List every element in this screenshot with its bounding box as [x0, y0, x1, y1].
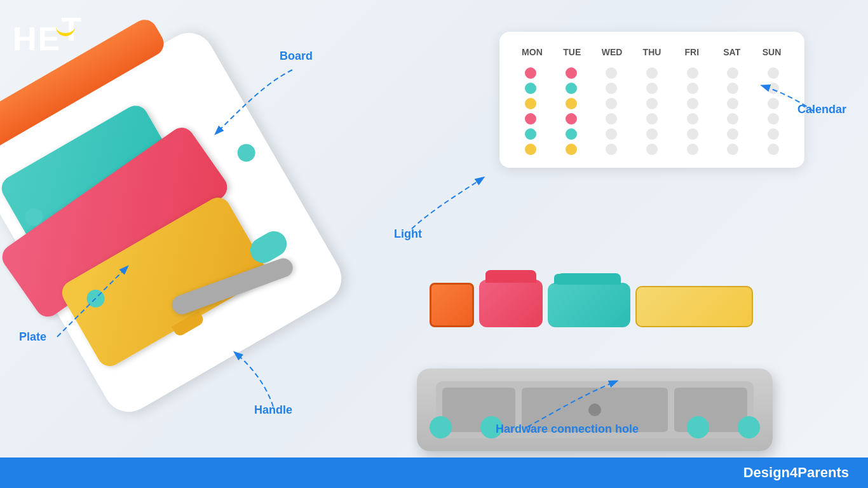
board-illustration [0, 0, 410, 458]
dot-empty [606, 67, 617, 79]
dot-cell [755, 67, 792, 79]
dot-teal [525, 83, 536, 94]
dot-cell [512, 83, 549, 94]
cal-day-mon: MON [512, 44, 552, 60]
dot-empty [687, 83, 698, 94]
dot-cell [674, 144, 711, 155]
cal-day-fri: FRI [672, 44, 712, 60]
calendar-widget: MON TUE WED THU FRI SAT SUN [499, 32, 804, 168]
dot-cell [593, 83, 630, 94]
dot-empty [646, 83, 658, 94]
dot-cell [674, 98, 711, 109]
dot-empty [646, 128, 658, 140]
dot-empty [687, 98, 698, 109]
dot-empty [768, 98, 779, 109]
dot-empty [606, 113, 617, 125]
dot-cell [593, 144, 630, 155]
dot-empty [646, 98, 658, 109]
exploded-view [417, 280, 811, 445]
calendar-dots [512, 67, 792, 155]
cal-day-sat: SAT [712, 44, 752, 60]
dot-cell [755, 144, 792, 155]
bumper-base-br [738, 416, 760, 438]
dot-cell [715, 113, 752, 125]
dot-cell [634, 128, 670, 140]
cal-day-tue: TUE [552, 44, 592, 60]
dot-cell [593, 113, 630, 125]
dot-empty [606, 128, 617, 140]
cal-day-sun: SUN [752, 44, 792, 60]
dot-cell [512, 144, 549, 155]
dot-cell [512, 128, 549, 140]
dot-cell [512, 113, 549, 125]
calendar-header: MON TUE WED THU FRI SAT SUN [512, 44, 792, 60]
dot-empty [727, 144, 738, 155]
dot-empty [646, 113, 658, 125]
dot-yellow [566, 98, 577, 109]
dot-yellow [525, 98, 536, 109]
dot-yellow [566, 144, 577, 155]
dot-cell [674, 83, 711, 94]
dot-cell [593, 98, 630, 109]
bumper-2 [234, 140, 259, 165]
dot-cell [674, 128, 711, 140]
dot-cell [634, 113, 670, 125]
dot-cell [634, 144, 670, 155]
dot-teal [566, 128, 577, 140]
dot-red [566, 67, 577, 79]
dot-cell [715, 67, 752, 79]
annotation-handle: Handle [254, 403, 292, 417]
dot-empty [768, 128, 779, 140]
dot-cell [593, 67, 630, 79]
base-slot-3 [674, 388, 747, 432]
mini-tray-orange [430, 283, 474, 327]
dot-cell [755, 128, 792, 140]
cal-day-thu: THU [632, 44, 672, 60]
mini-tray-teal [548, 283, 630, 327]
annotation-light: Light [394, 227, 422, 241]
dot-empty [727, 113, 738, 125]
dot-cell [553, 144, 590, 155]
footer: Design4Parents [0, 458, 868, 488]
dot-yellow [525, 144, 536, 155]
bumper-base-bl [430, 416, 452, 438]
logo-h: H [13, 22, 37, 55]
dot-teal [525, 128, 536, 140]
dot-empty [727, 98, 738, 109]
dot-empty [768, 67, 779, 79]
dot-empty [727, 83, 738, 94]
dot-cell [634, 83, 670, 94]
dot-empty [606, 144, 617, 155]
dot-cell [553, 128, 590, 140]
dot-cell [634, 67, 670, 79]
annotation-board: Board [280, 50, 313, 63]
dot-red [525, 67, 536, 79]
dot-cell [715, 98, 752, 109]
dot-cell [715, 128, 752, 140]
dot-empty [687, 144, 698, 155]
dot-cell [593, 128, 630, 140]
dot-cell [755, 113, 792, 125]
dot-empty [727, 67, 738, 79]
dot-empty [606, 83, 617, 94]
logo: H E T [13, 13, 81, 55]
dot-empty [768, 113, 779, 125]
dot-empty [646, 144, 658, 155]
dot-cell [553, 83, 590, 94]
bumper-base-bmr [687, 416, 709, 438]
annotation-calendar: Calendar [797, 103, 846, 116]
annotation-hardware: Hardware connection hole [496, 423, 639, 436]
dot-cell [634, 98, 670, 109]
dot-empty [768, 83, 779, 94]
annotation-plate: Plate [19, 330, 46, 344]
dot-empty [687, 113, 698, 125]
dot-cell [553, 67, 590, 79]
dot-empty [687, 67, 698, 79]
dot-empty [768, 144, 779, 155]
footer-brand: Design4Parents [743, 464, 849, 481]
mini-tray-yellow [635, 286, 753, 327]
dot-teal [566, 83, 577, 94]
dot-cell [553, 113, 590, 125]
dot-red [525, 113, 536, 125]
left-panel [0, 0, 394, 458]
